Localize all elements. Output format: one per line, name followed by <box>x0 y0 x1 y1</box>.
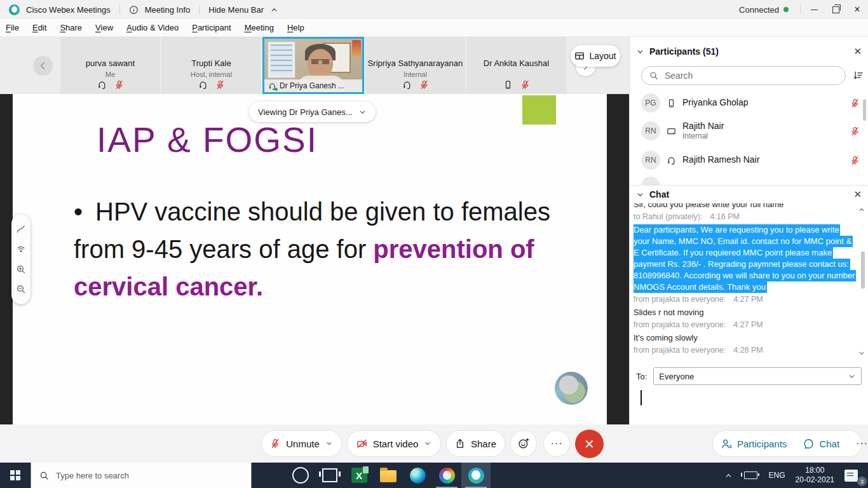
participant-sub: Internal <box>682 132 724 141</box>
menu-participant[interactable]: Participant <box>192 23 231 32</box>
thumbnail-dr-ankita[interactable]: Dr Ankita Kaushal <box>466 37 566 94</box>
chat-input[interactable] <box>636 385 862 417</box>
collapse-chevron-icon[interactable] <box>636 48 644 56</box>
meeting-controls-bar: Unmute Start video Share ··· ✕ Participa… <box>0 424 868 463</box>
chat-recipient-row: To: Everyone <box>636 367 862 385</box>
participants-toggle-button[interactable]: Participants <box>713 431 795 456</box>
screen-device-icon <box>667 126 676 136</box>
thumbnail-trupti-kale[interactable]: Trupti Kale Host, internal <box>161 37 261 94</box>
menu-meeting[interactable]: Meeting <box>245 23 274 32</box>
language-indicator[interactable]: ENG <box>763 463 791 488</box>
webex-app-icon[interactable] <box>461 463 491 488</box>
shared-slide: IAP & FOGSI •HPV vaccine should be given… <box>13 94 607 424</box>
thumbnail-purva-sawant[interactable]: purva sawant Me <box>60 37 160 94</box>
collapse-chevron-icon[interactable] <box>636 191 644 199</box>
video-person-glasses <box>311 59 329 64</box>
tray-expand-icon[interactable] <box>719 463 738 488</box>
headset-icon <box>667 156 676 165</box>
laser-pointer-icon[interactable] <box>16 244 26 254</box>
phone-device-icon <box>667 98 676 108</box>
participants-search[interactable] <box>641 66 846 85</box>
participant-row[interactable]: RN Rajith Ramesh Nair <box>641 146 860 174</box>
mic-muted-icon[interactable] <box>850 126 860 136</box>
filmstrip-prev-button[interactable] <box>33 56 53 76</box>
more-panels-button[interactable]: ··· <box>848 431 868 456</box>
avatar <box>641 177 660 185</box>
participants-scrollbar[interactable] <box>863 99 866 121</box>
edge-browser-icon[interactable] <box>403 463 432 488</box>
close-button[interactable]: × <box>846 0 868 19</box>
headset-icon <box>198 80 208 90</box>
chat-scrollbar[interactable] <box>861 252 865 288</box>
mic-muted-icon[interactable] <box>114 80 124 90</box>
chat-message-meta: from prajakta to everyone:4:27 PM <box>634 294 857 305</box>
chevron-down-icon[interactable] <box>424 440 431 447</box>
file-explorer-icon[interactable] <box>374 463 403 488</box>
menu-edit[interactable]: Edit <box>32 23 46 32</box>
search-input[interactable] <box>663 70 837 81</box>
excel-icon[interactable]: X <box>344 463 374 488</box>
taskbar-clock[interactable]: 18:00 20-02-2021 <box>791 463 839 488</box>
connection-status: Connected <box>739 5 789 15</box>
taskbar-search[interactable]: Type here to search <box>31 463 252 488</box>
chat-message: It's coming slowly from prajakta to ever… <box>634 332 857 356</box>
participants-close-icon[interactable]: ✕ <box>853 46 862 57</box>
mic-muted-icon[interactable] <box>520 80 530 90</box>
hide-menu-bar-button[interactable]: Hide Menu Bar <box>208 5 264 15</box>
menu-help[interactable]: Help <box>287 23 304 32</box>
zoom-in-icon[interactable] <box>16 264 26 274</box>
start-button[interactable] <box>0 463 31 488</box>
more-options-button[interactable]: ··· <box>544 431 569 456</box>
leave-meeting-button[interactable]: ✕ <box>575 430 604 458</box>
menu-file[interactable]: File <box>6 23 19 32</box>
mic-muted-icon[interactable] <box>850 156 860 165</box>
minimize-button[interactable] <box>803 0 825 19</box>
browser-app-icon[interactable] <box>432 463 461 488</box>
menu-share[interactable]: Share <box>60 23 82 32</box>
chat-scroll-up-icon[interactable] <box>858 206 865 214</box>
chat-bubble-icon <box>803 438 814 449</box>
avatar: RN <box>641 121 660 140</box>
share-button[interactable]: Share <box>447 431 505 456</box>
connected-dot-icon <box>783 7 789 12</box>
panel-divider <box>630 185 868 186</box>
participant-row[interactable]: PG Priyanka Gholap <box>641 89 860 117</box>
participant-name: Priyanka Gholap <box>682 97 749 109</box>
chat-scroll-down-icon[interactable] <box>858 349 865 357</box>
menu-audio-video[interactable]: Audio & Video <box>126 23 179 32</box>
participant-row[interactable]: RN Rajith Nair Internal <box>641 117 860 145</box>
battery-icon[interactable] <box>738 463 763 488</box>
title-bar: Cisco Webex Meetings Meeting Info Hide M… <box>0 0 868 19</box>
divider <box>119 5 120 14</box>
smiley-icon <box>518 438 529 449</box>
clock-time: 18:00 <box>805 466 824 475</box>
divider <box>199 5 200 14</box>
start-video-button[interactable]: Start video <box>348 431 440 456</box>
sort-icon[interactable] <box>853 70 864 81</box>
layout-button[interactable]: Layout <box>571 45 620 67</box>
recipient-select[interactable]: Everyone <box>653 367 862 385</box>
reactions-button[interactable] <box>511 431 536 456</box>
thumbnail-dr-priya-ganesh-video[interactable]: Dr Priya Ganesh ... <box>262 37 364 94</box>
thumbnail-sripriya[interactable]: Sripriya Sathyanarayanan Internal <box>365 37 465 94</box>
viewing-dropdown[interactable]: Viewing Dr Priya Ganes... <box>249 102 376 122</box>
zoom-out-icon[interactable] <box>16 284 26 294</box>
mic-muted-icon[interactable] <box>419 80 429 90</box>
annotate-pen-icon[interactable] <box>16 224 26 234</box>
text-caret <box>641 390 642 405</box>
mic-muted-icon[interactable] <box>215 80 225 90</box>
action-center-button[interactable]: 3 <box>839 463 868 488</box>
slide-green-box <box>522 95 556 125</box>
unmute-button[interactable]: Unmute <box>262 431 341 456</box>
chevron-down-icon[interactable] <box>325 440 333 447</box>
cortana-icon[interactable] <box>286 463 315 488</box>
chat-close-icon[interactable]: ✕ <box>853 189 862 200</box>
meeting-info-button[interactable]: Meeting Info <box>145 5 191 15</box>
chat-toggle-button[interactable]: Chat <box>795 431 848 456</box>
share-icon <box>455 438 465 449</box>
mic-muted-icon[interactable] <box>850 98 860 108</box>
menu-view[interactable]: View <box>95 23 113 32</box>
restore-button[interactable] <box>825 0 846 19</box>
task-view-icon[interactable] <box>315 463 344 488</box>
participants-list: PG Priyanka Gholap RN Rajith Nair Intern… <box>630 89 868 185</box>
